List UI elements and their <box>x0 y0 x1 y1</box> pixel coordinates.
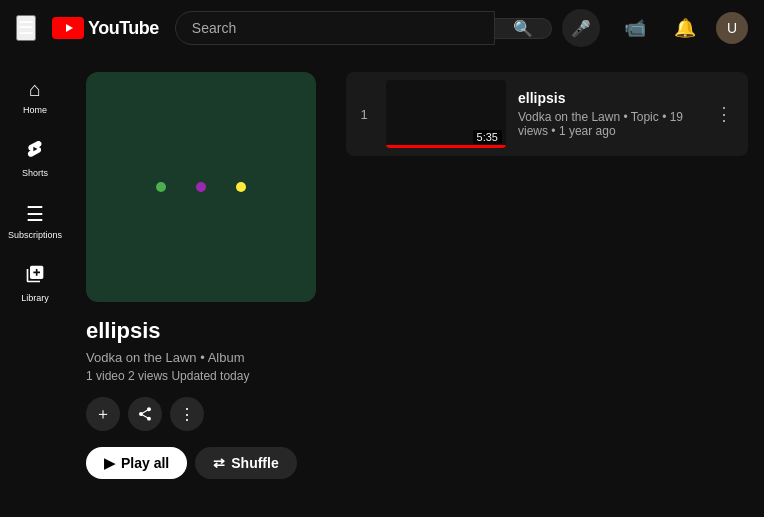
avatar-initial: U <box>727 20 737 36</box>
sidebar-label-subscriptions: Subscriptions <box>8 230 62 240</box>
shuffle-button[interactable]: ⇄ Shuffle <box>195 447 296 479</box>
header: ☰ YouTube 🔍 🎤 📹 🔔 U <box>0 0 764 56</box>
play-icon: ▶ <box>104 455 115 471</box>
notifications-button[interactable]: 🔔 <box>666 9 704 47</box>
video-thumbnail: 5:35 <box>386 80 506 148</box>
logo-text: YouTube <box>88 18 159 39</box>
add-to-playlist-button[interactable]: ＋ <box>86 397 120 431</box>
playlist-actions: ＋ ⋮ <box>86 397 326 431</box>
video-list: 1 5:35 ellipsis Vodka on the Lawn • Topi… <box>346 72 748 501</box>
dot-green <box>156 182 166 192</box>
library-icon <box>25 264 45 289</box>
shorts-icon <box>25 139 45 164</box>
sidebar-item-home[interactable]: ⌂ Home <box>0 68 70 125</box>
bell-icon: 🔔 <box>674 17 696 39</box>
header-right: 📹 🔔 U <box>616 9 748 47</box>
video-more-button[interactable]: ⋮ <box>708 98 740 130</box>
share-button[interactable] <box>128 397 162 431</box>
dot-yellow <box>236 182 246 192</box>
video-meta: Vodka on the Lawn • Topic • 19 views • 1… <box>518 110 696 138</box>
microphone-button[interactable]: 🎤 <box>562 9 600 47</box>
search-area: 🔍 🎤 <box>175 9 600 47</box>
svg-marker-0 <box>66 24 73 32</box>
sidebar: ⌂ Home Shorts ☰ Subscriptions Library <box>0 56 70 517</box>
sidebar-label-shorts: Shorts <box>22 168 48 178</box>
sidebar-label-home: Home <box>23 105 47 115</box>
create-icon: 📹 <box>624 17 646 39</box>
sidebar-item-library[interactable]: Library <box>0 254 70 313</box>
video-title: ellipsis <box>518 90 696 106</box>
body: ⌂ Home Shorts ☰ Subscriptions Library <box>0 56 764 517</box>
search-input[interactable] <box>176 12 494 44</box>
main-content: ellipsis Vodka on the Lawn • Album 1 vid… <box>70 56 764 517</box>
playlist-channel: Vodka on the Lawn • Album <box>86 350 326 365</box>
playlist-card: ellipsis Vodka on the Lawn • Album 1 vid… <box>86 72 326 501</box>
table-row[interactable]: 1 5:35 ellipsis Vodka on the Lawn • Topi… <box>346 72 748 156</box>
mic-icon: 🎤 <box>571 19 591 38</box>
search-bar <box>175 11 495 45</box>
subscriptions-icon: ☰ <box>26 202 44 226</box>
sidebar-label-library: Library <box>21 293 49 303</box>
youtube-logo-icon <box>52 17 84 39</box>
create-button[interactable]: 📹 <box>616 9 654 47</box>
video-progress-bar <box>386 145 506 148</box>
shuffle-icon: ⇄ <box>213 455 225 471</box>
avatar[interactable]: U <box>716 12 748 44</box>
more-options-button[interactable]: ⋮ <box>170 397 204 431</box>
playlist-meta: 1 video 2 views Updated today <box>86 369 326 383</box>
video-duration: 5:35 <box>473 130 502 144</box>
video-info: ellipsis Vodka on the Lawn • Topic • 19 … <box>518 90 696 138</box>
playback-buttons: ▶ Play all ⇄ Shuffle <box>86 447 326 479</box>
sidebar-item-shorts[interactable]: Shorts <box>0 129 70 188</box>
thumbnail-dots <box>156 182 246 192</box>
search-icon: 🔍 <box>513 19 533 38</box>
sidebar-item-subscriptions[interactable]: ☰ Subscriptions <box>0 192 70 250</box>
dot-purple <box>196 182 206 192</box>
menu-button[interactable]: ☰ <box>16 15 36 41</box>
video-number: 1 <box>354 107 374 122</box>
play-all-button[interactable]: ▶ Play all <box>86 447 187 479</box>
logo[interactable]: YouTube <box>52 17 159 39</box>
home-icon: ⌂ <box>29 78 41 101</box>
search-button[interactable]: 🔍 <box>495 18 552 39</box>
playlist-thumbnail <box>86 72 316 302</box>
playlist-title: ellipsis <box>86 318 326 344</box>
header-left: ☰ YouTube <box>16 15 159 41</box>
